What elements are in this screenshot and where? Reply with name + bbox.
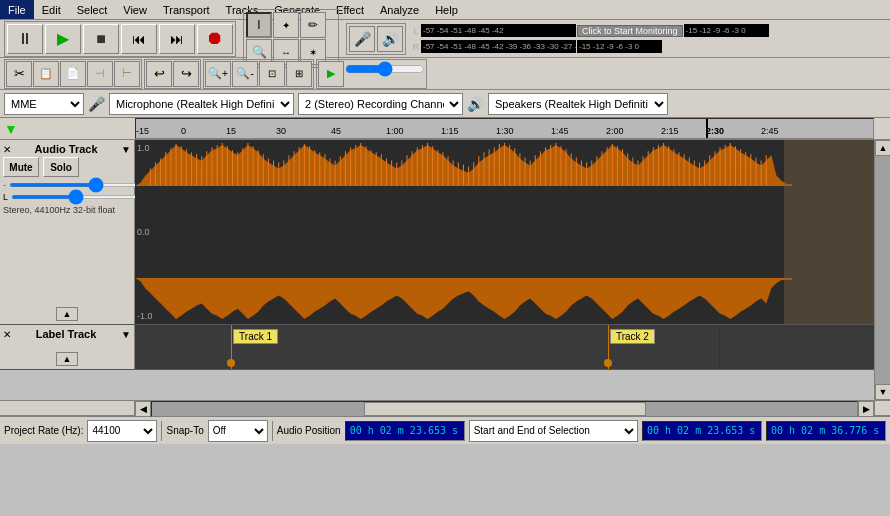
waveform-top-svg xyxy=(135,140,874,232)
play-speed-slider[interactable] xyxy=(345,61,425,77)
record-button[interactable]: ⏺ xyxy=(197,24,233,54)
label-track-close[interactable]: ✕ xyxy=(3,329,11,340)
label-track-content[interactable]: Track 1 Track 2 xyxy=(135,325,874,369)
speaker-icon: 🔊 xyxy=(467,96,484,112)
zoom-fit-button[interactable]: ⊞ xyxy=(286,61,312,87)
skip-forward-button[interactable]: ⏭ xyxy=(159,24,195,54)
menu-transport[interactable]: Transport xyxy=(155,0,218,19)
audio-track-controls: ✕ Audio Track ▼ Mute Solo - + L R xyxy=(0,140,135,324)
audio-track-collapse[interactable]: ▼ xyxy=(121,144,131,155)
menu-edit[interactable]: Edit xyxy=(34,0,69,19)
vscroll-up[interactable]: ▲ xyxy=(875,140,890,156)
trim-tool[interactable]: ⊣ xyxy=(87,61,113,87)
menu-file[interactable]: File xyxy=(0,0,34,19)
transport-toolbar: ⏸ ▶ ■ ⏮ ⏭ ⏺ xyxy=(4,21,236,57)
audio-position-input[interactable]: 00 h 02 m 23.653 s xyxy=(345,421,465,441)
scale--1.0: -1.0 xyxy=(137,311,153,321)
snap-to-select[interactable]: Off xyxy=(208,420,268,442)
scale-1.0: 1.0 xyxy=(137,143,150,153)
speaker-select[interactable]: Speakers (Realtek High Definiti xyxy=(488,93,668,115)
pause-button[interactable]: ⏸ xyxy=(7,24,43,54)
paste-tool[interactable]: 📄 xyxy=(60,61,86,87)
hscroll-track[interactable] xyxy=(151,401,858,417)
host-select[interactable]: MME xyxy=(4,93,84,115)
solo-button[interactable]: Solo xyxy=(43,157,79,177)
mic-button[interactable]: 🎤 xyxy=(349,26,375,52)
mute-button[interactable]: Mute xyxy=(3,157,39,177)
label-track-expand[interactable]: ▲ xyxy=(56,352,78,366)
track-info: Stereo, 44100Hz 32-bit float xyxy=(3,204,131,217)
hscroll-right[interactable]: ▶ xyxy=(858,401,874,417)
volume-slider[interactable] xyxy=(9,183,138,187)
channels-select[interactable]: 2 (Stereo) Recording Channels xyxy=(298,93,463,115)
redo-button[interactable]: ↪ xyxy=(173,61,199,87)
cut-tool[interactable]: ✂ xyxy=(6,61,32,87)
menu-help[interactable]: Help xyxy=(427,0,466,19)
click-to-monitor-top[interactable]: Click to Start Monitoring xyxy=(577,25,683,37)
mic-icon: 🎤 xyxy=(88,96,105,112)
silence-tool[interactable]: ⊢ xyxy=(114,61,140,87)
vertical-scrollbar[interactable]: ▲ ▼ xyxy=(874,140,890,400)
undo-button[interactable]: ↩ xyxy=(146,61,172,87)
label-track-collapse[interactable]: ▼ xyxy=(121,329,131,340)
zoom-in-button[interactable]: 🔍+ xyxy=(205,61,231,87)
envelope-tool[interactable]: ✦ xyxy=(273,12,299,38)
menubar: File Edit Select View Transport Tracks G… xyxy=(0,0,890,20)
hscroll-left[interactable]: ◀ xyxy=(135,401,151,417)
play-at-speed-button[interactable]: ▶ xyxy=(318,61,344,87)
label-track-name: Label Track xyxy=(36,328,97,340)
green-arrow-icon: ▼ xyxy=(4,121,18,137)
microphone-select[interactable]: Microphone (Realtek High Defini xyxy=(109,93,294,115)
timeline-ruler[interactable]: -15 0 15 30 45 1:00 1:15 1:30 1:45 2:00 … xyxy=(135,118,874,139)
selection-type-select[interactable]: Start and End of Selection xyxy=(469,420,638,442)
device-toolbar: MME 🎤 Microphone (Realtek High Defini 2 … xyxy=(0,90,890,118)
play-button[interactable]: ▶ xyxy=(45,24,81,54)
menu-view[interactable]: View xyxy=(115,0,155,19)
audio-track-close[interactable]: ✕ xyxy=(3,144,11,155)
waveform-bottom-svg xyxy=(135,232,874,324)
speaker-button[interactable]: 🔊 xyxy=(377,26,403,52)
audio-track-name: Audio Track xyxy=(35,143,98,155)
skip-back-button[interactable]: ⏮ xyxy=(121,24,157,54)
project-rate-select[interactable]: 44100 xyxy=(87,420,157,442)
copy-tool[interactable]: 📋 xyxy=(33,61,59,87)
zoom-out-button[interactable]: 🔍- xyxy=(232,61,258,87)
snap-to-label: Snap-To xyxy=(166,425,203,436)
menu-analyze[interactable]: Analyze xyxy=(372,0,427,19)
project-rate-label: Project Rate (Hz): xyxy=(4,425,83,436)
track-expand-button[interactable]: ▲ xyxy=(56,307,78,321)
scale-0.0: 0.0 xyxy=(137,227,150,237)
draw-tool[interactable]: ✏ xyxy=(300,12,326,38)
pan-slider[interactable] xyxy=(11,195,140,199)
label-track-controls: ✕ Label Track ▼ ▲ xyxy=(0,325,135,369)
select-tool[interactable]: I xyxy=(246,12,272,38)
stop-button[interactable]: ■ xyxy=(83,24,119,54)
audio-position-label: Audio Position xyxy=(277,425,341,436)
audio-waveform[interactable]: 1.0 0.0 -1.0 xyxy=(135,140,874,324)
menu-select[interactable]: Select xyxy=(69,0,116,19)
zoom-sel-button[interactable]: ⊡ xyxy=(259,61,285,87)
selection-end-input[interactable]: 00 h 02 m 36.776 s xyxy=(766,421,886,441)
vscroll-down[interactable]: ▼ xyxy=(875,384,890,400)
selection-start-input[interactable]: 00 h 02 m 23.653 s xyxy=(642,421,762,441)
